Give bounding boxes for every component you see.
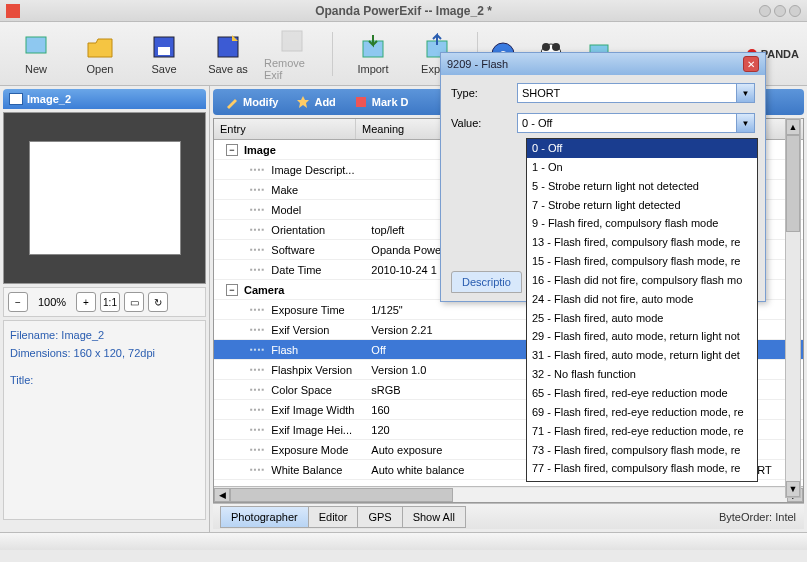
dropdown-option[interactable]: 32 - No flash function: [527, 365, 757, 384]
new-icon: [22, 33, 50, 61]
save-icon: [150, 33, 178, 61]
statusbar: [0, 532, 807, 550]
chevron-down-icon: ▼: [736, 114, 754, 132]
dropdown-option[interactable]: 1 - On: [527, 158, 757, 177]
dropdown-option[interactable]: 29 - Flash fired, auto mode, return ligh…: [527, 327, 757, 346]
dropdown-option[interactable]: 13 - Flash fired, compulsory flash mode,…: [527, 233, 757, 252]
delete-icon: [354, 95, 368, 109]
h-scrollbar[interactable]: ◀ ▶: [214, 486, 803, 502]
image-icon: [9, 93, 23, 105]
header-entry[interactable]: Entry: [214, 119, 356, 139]
svg-rect-0: [26, 37, 46, 53]
tab-gps[interactable]: GPS: [357, 506, 402, 528]
description-tab[interactable]: Descriptio: [451, 271, 522, 293]
tool-save[interactable]: Save: [136, 33, 192, 75]
removeexif-icon: [278, 27, 306, 55]
dropdown-option[interactable]: 31 - Flash fired, auto mode, return ligh…: [527, 346, 757, 365]
tab-editor[interactable]: Editor: [308, 506, 359, 528]
tab-showall[interactable]: Show All: [402, 506, 466, 528]
toolbar-sep: [332, 32, 333, 76]
dialog-title: 9209 - Flash: [447, 58, 508, 70]
thumbnail-image: [29, 141, 181, 255]
vscroll-track[interactable]: [786, 135, 800, 481]
app-icon: [6, 4, 20, 18]
image-metadata: Filename: Image_2 Dimensions: 160 x 120,…: [3, 320, 206, 520]
svg-rect-2: [158, 47, 170, 55]
bottom-tabbar: Photographer Editor GPS Show All ByteOrd…: [213, 503, 804, 529]
tool-removeexif[interactable]: Remove Exif: [264, 27, 320, 81]
add-button[interactable]: Add: [288, 92, 343, 112]
image-tab-header[interactable]: Image_2: [3, 89, 206, 109]
collapse-icon[interactable]: −: [226, 144, 238, 156]
zoom-1to1-button[interactable]: 1:1: [100, 292, 120, 312]
scroll-down-button[interactable]: ▼: [786, 481, 800, 497]
import-icon: [359, 33, 387, 61]
dialog-close-button[interactable]: ✕: [743, 56, 759, 72]
dropdown-option[interactable]: 79 - Flash fired, compulsory flash mode,…: [527, 478, 757, 482]
thumbnail-viewer: [3, 112, 206, 284]
min-button[interactable]: [759, 5, 771, 17]
dropdown-option[interactable]: 5 - Strobe return light not detected: [527, 177, 757, 196]
scroll-up-button[interactable]: ▲: [786, 119, 800, 135]
tool-new[interactable]: New: [8, 33, 64, 75]
window-controls: [759, 5, 801, 17]
dropdown-option[interactable]: 7 - Strobe return light detected: [527, 196, 757, 215]
open-icon: [86, 33, 114, 61]
svg-point-11: [552, 43, 560, 51]
saveas-icon: [214, 33, 242, 61]
pencil-icon: [225, 95, 239, 109]
zoom-fit-button[interactable]: ▭: [124, 292, 144, 312]
zoom-value: 100%: [32, 296, 72, 308]
type-label: Type:: [451, 87, 509, 99]
tab-photographer[interactable]: Photographer: [220, 506, 309, 528]
dropdown-option[interactable]: 15 - Flash fired, compulsory flash mode,…: [527, 252, 757, 271]
scroll-thumb[interactable]: [230, 488, 453, 502]
markdel-button[interactable]: Mark D: [346, 92, 417, 112]
dropdown-option[interactable]: 0 - Off: [527, 139, 757, 158]
v-scrollbar[interactable]: ▲ ▼: [785, 118, 801, 498]
dropdown-option[interactable]: 16 - Flash did not fire, compulsory flas…: [527, 271, 757, 290]
dropdown-option[interactable]: 25 - Flash fired, auto mode: [527, 309, 757, 328]
scroll-track[interactable]: [230, 488, 787, 502]
zoom-controls: − 100% + 1:1 ▭ ↻: [3, 287, 206, 317]
zoom-rotate-button[interactable]: ↻: [148, 292, 168, 312]
vscroll-thumb[interactable]: [786, 135, 800, 232]
dropdown-option[interactable]: 71 - Flash fired, red-eye reduction mode…: [527, 422, 757, 441]
dropdown-option[interactable]: 69 - Flash fired, red-eye reduction mode…: [527, 403, 757, 422]
modify-button[interactable]: Modify: [217, 92, 286, 112]
sidebar: Image_2 − 100% + 1:1 ▭ ↻ Filename: Image…: [0, 86, 210, 532]
tool-import[interactable]: Import: [345, 33, 401, 75]
scroll-left-button[interactable]: ◀: [214, 488, 230, 502]
window-title: Opanda PowerExif -- Image_2 *: [315, 4, 492, 18]
dialog-header[interactable]: 9209 - Flash ✕: [441, 53, 765, 75]
value-label: Value:: [451, 117, 509, 129]
chevron-down-icon: ▼: [736, 84, 754, 102]
dropdown-option[interactable]: 9 - Flash fired, compulsory flash mode: [527, 214, 757, 233]
star-add-icon: [296, 95, 310, 109]
svg-rect-15: [356, 97, 366, 107]
titlebar: Opanda PowerExif -- Image_2 *: [0, 0, 807, 22]
zoom-out-button[interactable]: −: [8, 292, 28, 312]
collapse-icon[interactable]: −: [226, 284, 238, 296]
close-button[interactable]: [789, 5, 801, 17]
tool-saveas[interactable]: Save as: [200, 33, 256, 75]
dropdown-option[interactable]: 77 - Flash fired, compulsory flash mode,…: [527, 459, 757, 478]
value-select[interactable]: 0 - Off▼: [517, 113, 755, 133]
dropdown-option[interactable]: 65 - Flash fired, red-eye reduction mode: [527, 384, 757, 403]
tool-open[interactable]: Open: [72, 33, 128, 75]
svg-rect-4: [282, 31, 302, 51]
zoom-in-button[interactable]: +: [76, 292, 96, 312]
value-dropdown-list[interactable]: 0 - Off1 - On5 - Strobe return light not…: [526, 138, 758, 482]
type-select[interactable]: SHORT▼: [517, 83, 755, 103]
max-button[interactable]: [774, 5, 786, 17]
dropdown-option[interactable]: 24 - Flash did not fire, auto mode: [527, 290, 757, 309]
svg-point-10: [542, 43, 550, 51]
dropdown-option[interactable]: 73 - Flash fired, compulsory flash mode,…: [527, 441, 757, 460]
byteorder-label: ByteOrder: Intel: [719, 511, 796, 523]
